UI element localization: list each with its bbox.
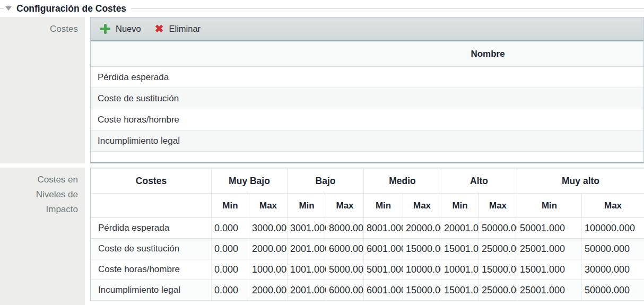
costes-column-header: Costes bbox=[91, 169, 212, 194]
value-cell[interactable]: 1001.000 bbox=[288, 259, 326, 280]
value-cell[interactable]: 20001.000 bbox=[441, 218, 479, 239]
value-cell[interactable]: 5001.000 bbox=[364, 259, 403, 280]
costes-grid: Nuevo ✖ Eliminar Nombre Pérdida esperada… bbox=[90, 17, 644, 163]
fieldset-line-right bbox=[131, 8, 644, 9]
x-icon: ✖ bbox=[155, 24, 164, 34]
value-cell[interactable]: 50000.000 bbox=[582, 280, 644, 301]
plus-icon bbox=[100, 24, 110, 34]
eliminar-button-label: Eliminar bbox=[169, 24, 201, 34]
max-header: Max bbox=[249, 194, 288, 218]
min-header: Min bbox=[364, 194, 403, 218]
empty-row bbox=[91, 152, 643, 161]
value-cell[interactable]: 15000.000 bbox=[403, 239, 441, 259]
value-cell[interactable]: 8001.000 bbox=[364, 218, 403, 239]
value-cell[interactable]: 15000.000 bbox=[479, 259, 517, 280]
section-costes-niveles: Costes en Niveles de Impacto Costes Muy … bbox=[0, 168, 644, 305]
impact-row: Incumplimiento legal 0.000 2000.000 2001… bbox=[91, 280, 644, 301]
level-group-header-bajo: Bajo bbox=[288, 169, 364, 194]
value-cell[interactable]: 2000.000 bbox=[249, 239, 288, 259]
impact-row: Pérdida esperada 0.000 3000.000 3001.000… bbox=[91, 218, 644, 239]
value-cell[interactable]: 3000.000 bbox=[249, 218, 288, 239]
max-header: Max bbox=[326, 194, 364, 218]
level-group-header-muy-alto: Muy alto bbox=[517, 169, 644, 194]
cost-name-cell[interactable]: Coste horas/hombre bbox=[91, 259, 212, 280]
value-cell[interactable]: 30000.000 bbox=[582, 259, 644, 280]
value-cell[interactable]: 15001.000 bbox=[441, 280, 479, 301]
value-cell[interactable]: 15000.000 bbox=[403, 280, 441, 301]
value-cell[interactable]: 50000.000 bbox=[582, 239, 644, 259]
cost-name-cell[interactable]: Pérdida esperada bbox=[91, 218, 212, 239]
value-cell[interactable]: 25001.000 bbox=[517, 280, 582, 301]
impact-row: Coste de sustitución 0.000 2000.000 2001… bbox=[91, 239, 644, 259]
nuevo-button[interactable]: Nuevo bbox=[100, 24, 141, 34]
value-cell[interactable]: 6000.000 bbox=[326, 280, 364, 301]
nuevo-button-label: Nuevo bbox=[116, 24, 141, 34]
blank-header-cell bbox=[91, 194, 212, 218]
section-label-costes-panel: Costes bbox=[0, 17, 85, 163]
collapse-toggle-icon[interactable] bbox=[5, 6, 12, 11]
max-header: Max bbox=[582, 194, 644, 218]
nombre-column-header-label: Nombre bbox=[471, 49, 504, 59]
value-cell[interactable]: 10000.000 bbox=[403, 259, 441, 280]
value-cell[interactable]: 15001.000 bbox=[517, 259, 582, 280]
fieldset-line-left bbox=[0, 8, 4, 9]
section-label-costes-niveles: Costes en Niveles de Impacto bbox=[22, 168, 85, 217]
value-cell[interactable]: 6000.000 bbox=[326, 239, 364, 259]
panel-title: Configuración de Costes bbox=[16, 3, 126, 14]
value-cell[interactable]: 100000.000 bbox=[582, 218, 644, 239]
impact-levels-grid: Costes Muy Bajo Bajo Medio Alto Muy alto… bbox=[90, 168, 644, 301]
level-group-header-muy-bajo: Muy Bajo bbox=[212, 169, 288, 194]
nombre-column-header[interactable]: Nombre bbox=[91, 41, 643, 67]
value-cell[interactable]: 6001.000 bbox=[364, 239, 403, 259]
value-cell[interactable]: 25001.000 bbox=[517, 239, 582, 259]
cost-row[interactable]: Coste horas/hombre bbox=[91, 109, 643, 130]
value-cell[interactable]: 15001.000 bbox=[441, 239, 479, 259]
min-header: Min bbox=[212, 194, 249, 218]
cost-row[interactable]: Pérdida esperada bbox=[91, 67, 643, 88]
costes-toolbar: Nuevo ✖ Eliminar bbox=[91, 18, 643, 41]
max-header: Max bbox=[479, 194, 517, 218]
eliminar-button[interactable]: ✖ Eliminar bbox=[155, 24, 201, 34]
section-label-costes-niveles-panel: Costes en Niveles de Impacto bbox=[0, 168, 85, 305]
value-cell[interactable]: 25000.000 bbox=[479, 239, 517, 259]
min-header: Min bbox=[288, 194, 326, 218]
cost-row[interactable]: Incumplimiento legal bbox=[91, 130, 643, 152]
value-cell[interactable]: 25000.000 bbox=[479, 280, 517, 301]
cost-name-cell[interactable]: Incumplimiento legal bbox=[91, 280, 212, 301]
value-cell[interactable]: 0.000 bbox=[212, 259, 249, 280]
value-cell[interactable]: 20000.000 bbox=[403, 218, 441, 239]
value-cell[interactable]: 5000.000 bbox=[326, 259, 364, 280]
value-cell[interactable]: 1000.000 bbox=[249, 259, 288, 280]
value-cell[interactable]: 6001.000 bbox=[364, 280, 403, 301]
level-group-header-alto: Alto bbox=[441, 169, 517, 194]
cost-row[interactable]: Coste de sustitución bbox=[91, 88, 643, 109]
value-cell[interactable]: 2001.000 bbox=[288, 239, 326, 259]
value-cell[interactable]: 50001.000 bbox=[517, 218, 582, 239]
value-cell[interactable]: 50000.000 bbox=[479, 218, 517, 239]
level-group-header-medio: Medio bbox=[364, 169, 441, 194]
section-label-costes: Costes bbox=[50, 17, 85, 37]
value-cell[interactable]: 2001.000 bbox=[288, 280, 326, 301]
impact-row: Coste horas/hombre 0.000 1000.000 1001.0… bbox=[91, 259, 644, 280]
value-cell[interactable]: 3001.000 bbox=[288, 218, 326, 239]
value-cell[interactable]: 2000.000 bbox=[249, 280, 288, 301]
section-costes: Costes Nuevo ✖ Eliminar Nombre Pérdida e… bbox=[0, 17, 644, 163]
value-cell[interactable]: 0.000 bbox=[212, 218, 249, 239]
value-cell[interactable]: 10001.000 bbox=[441, 259, 479, 280]
value-cell[interactable]: 0.000 bbox=[212, 280, 249, 301]
min-header: Min bbox=[517, 194, 582, 218]
max-header: Max bbox=[403, 194, 441, 218]
panel-header: Configuración de Costes bbox=[0, 0, 644, 17]
cost-name-cell[interactable]: Coste de sustitución bbox=[91, 239, 212, 259]
value-cell[interactable]: 0.000 bbox=[212, 239, 249, 259]
min-header: Min bbox=[441, 194, 479, 218]
value-cell[interactable]: 8000.000 bbox=[326, 218, 364, 239]
